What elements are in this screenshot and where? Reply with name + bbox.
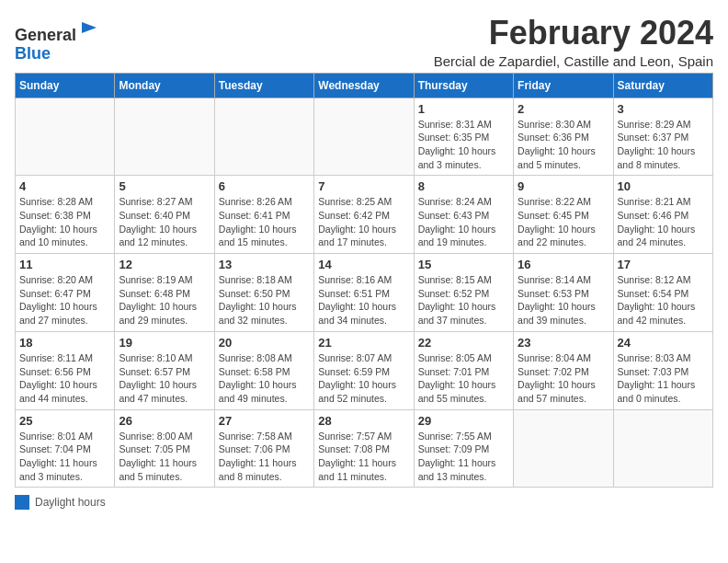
day-number: 22 [418, 336, 509, 350]
day-number: 4 [19, 179, 110, 193]
day-info: Sunrise: 8:25 AM Sunset: 6:42 PM Dayligh… [318, 195, 409, 249]
day-info: Sunrise: 7:55 AM Sunset: 7:09 PM Dayligh… [418, 430, 509, 484]
calendar-cell: 28Sunrise: 7:57 AM Sunset: 7:08 PM Dayli… [314, 409, 414, 488]
day-number: 26 [119, 414, 210, 428]
day-info: Sunrise: 8:20 AM Sunset: 6:47 PM Dayligh… [19, 273, 110, 327]
logo-flag-icon [78, 18, 100, 40]
title-area: February 2024 Bercial de Zapardiel, Cast… [434, 15, 713, 69]
day-of-week-header: Friday [514, 73, 613, 98]
day-number: 18 [19, 336, 110, 350]
calendar-cell: 12Sunrise: 8:19 AM Sunset: 6:48 PM Dayli… [115, 254, 214, 332]
main-title: February 2024 [434, 15, 713, 52]
day-info: Sunrise: 8:30 AM Sunset: 6:36 PM Dayligh… [518, 118, 609, 172]
calendar-cell [16, 98, 115, 176]
calendar-cell: 1Sunrise: 8:31 AM Sunset: 6:35 PM Daylig… [414, 98, 513, 176]
day-number: 1 [418, 102, 509, 116]
day-info: Sunrise: 8:01 AM Sunset: 7:04 PM Dayligh… [19, 430, 110, 484]
day-info: Sunrise: 7:57 AM Sunset: 7:08 PM Dayligh… [318, 430, 409, 484]
day-info: Sunrise: 8:28 AM Sunset: 6:38 PM Dayligh… [19, 195, 110, 249]
calendar-cell: 26Sunrise: 8:00 AM Sunset: 7:05 PM Dayli… [115, 409, 214, 488]
day-info: Sunrise: 8:26 AM Sunset: 6:41 PM Dayligh… [219, 195, 310, 249]
day-info: Sunrise: 8:04 AM Sunset: 7:02 PM Dayligh… [518, 351, 609, 406]
day-info: Sunrise: 8:18 AM Sunset: 6:50 PM Dayligh… [219, 273, 310, 327]
day-of-week-header: Thursday [414, 73, 513, 98]
calendar-cell: 24Sunrise: 8:03 AM Sunset: 7:03 PM Dayli… [613, 331, 712, 409]
day-of-week-header: Sunday [16, 73, 115, 98]
calendar-cell: 19Sunrise: 8:10 AM Sunset: 6:57 PM Dayli… [115, 331, 214, 409]
day-info: Sunrise: 8:07 AM Sunset: 6:59 PM Dayligh… [318, 351, 409, 406]
calendar-cell: 15Sunrise: 8:15 AM Sunset: 6:52 PM Dayli… [414, 254, 513, 332]
day-number: 24 [618, 336, 709, 350]
day-info: Sunrise: 8:12 AM Sunset: 6:54 PM Dayligh… [618, 273, 709, 327]
calendar-cell: 22Sunrise: 8:05 AM Sunset: 7:01 PM Dayli… [414, 331, 513, 409]
calendar-table: SundayMondayTuesdayWednesdayThursdayFrid… [15, 73, 713, 488]
calendar-cell: 4Sunrise: 8:28 AM Sunset: 6:38 PM Daylig… [16, 176, 115, 254]
day-number: 23 [518, 336, 609, 350]
day-of-week-header: Tuesday [214, 73, 313, 98]
day-number: 5 [119, 179, 210, 193]
day-number: 19 [119, 336, 210, 350]
day-info: Sunrise: 8:22 AM Sunset: 6:45 PM Dayligh… [518, 195, 609, 249]
logo-blue-text: Blue [15, 45, 100, 63]
day-number: 6 [219, 179, 310, 193]
day-number: 16 [518, 258, 609, 271]
day-info: Sunrise: 8:14 AM Sunset: 6:53 PM Dayligh… [518, 273, 609, 327]
day-number: 15 [418, 258, 509, 271]
day-info: Sunrise: 8:03 AM Sunset: 7:03 PM Dayligh… [618, 351, 709, 406]
day-info: Sunrise: 8:31 AM Sunset: 6:35 PM Dayligh… [418, 118, 509, 172]
calendar-cell: 11Sunrise: 8:20 AM Sunset: 6:47 PM Dayli… [16, 254, 115, 332]
day-info: Sunrise: 7:58 AM Sunset: 7:06 PM Dayligh… [219, 430, 310, 484]
day-number: 11 [19, 258, 110, 271]
day-info: Sunrise: 8:29 AM Sunset: 6:37 PM Dayligh… [618, 118, 709, 172]
calendar-cell: 13Sunrise: 8:18 AM Sunset: 6:50 PM Dayli… [214, 254, 313, 332]
day-number: 7 [318, 179, 409, 193]
calendar-cell: 5Sunrise: 8:27 AM Sunset: 6:40 PM Daylig… [115, 176, 214, 254]
calendar-cell: 14Sunrise: 8:16 AM Sunset: 6:51 PM Dayli… [314, 254, 414, 332]
subtitle: Bercial de Zapardiel, Castille and Leon,… [434, 53, 713, 69]
day-of-week-header: Monday [115, 73, 214, 98]
day-info: Sunrise: 8:11 AM Sunset: 6:56 PM Dayligh… [19, 351, 110, 406]
day-number: 17 [618, 258, 709, 271]
calendar-cell: 21Sunrise: 8:07 AM Sunset: 6:59 PM Dayli… [314, 331, 414, 409]
calendar-cell: 8Sunrise: 8:24 AM Sunset: 6:43 PM Daylig… [414, 176, 513, 254]
day-number: 29 [418, 414, 509, 428]
calendar-cell: 25Sunrise: 8:01 AM Sunset: 7:04 PM Dayli… [16, 409, 115, 488]
day-number: 27 [219, 414, 310, 428]
day-info: Sunrise: 8:15 AM Sunset: 6:52 PM Dayligh… [418, 273, 509, 327]
calendar-cell: 9Sunrise: 8:22 AM Sunset: 6:45 PM Daylig… [514, 176, 613, 254]
svg-marker-0 [82, 22, 97, 33]
day-of-week-header: Saturday [613, 73, 712, 98]
calendar-cell [514, 409, 613, 488]
day-number: 13 [219, 258, 310, 271]
day-info: Sunrise: 8:00 AM Sunset: 7:05 PM Dayligh… [119, 430, 210, 484]
calendar-cell [314, 98, 414, 176]
calendar-cell: 16Sunrise: 8:14 AM Sunset: 6:53 PM Dayli… [514, 254, 613, 332]
day-of-week-header: Wednesday [314, 73, 414, 98]
day-info: Sunrise: 8:21 AM Sunset: 6:46 PM Dayligh… [618, 195, 709, 249]
legend-label: Daylight hours [35, 496, 106, 509]
day-info: Sunrise: 8:19 AM Sunset: 6:48 PM Dayligh… [119, 273, 210, 327]
calendar-cell: 7Sunrise: 8:25 AM Sunset: 6:42 PM Daylig… [314, 176, 414, 254]
day-number: 10 [618, 179, 709, 193]
day-number: 28 [318, 414, 409, 428]
logo: General Blue [15, 18, 100, 63]
calendar-cell [613, 409, 712, 488]
day-number: 8 [418, 179, 509, 193]
calendar-cell: 10Sunrise: 8:21 AM Sunset: 6:46 PM Dayli… [613, 176, 712, 254]
logo-general-text: General [15, 26, 76, 44]
day-number: 25 [19, 414, 110, 428]
calendar-cell: 6Sunrise: 8:26 AM Sunset: 6:41 PM Daylig… [214, 176, 313, 254]
calendar-cell: 20Sunrise: 8:08 AM Sunset: 6:58 PM Dayli… [214, 331, 313, 409]
calendar-cell: 29Sunrise: 7:55 AM Sunset: 7:09 PM Dayli… [414, 409, 513, 488]
legend: Daylight hours [15, 495, 713, 510]
calendar-cell: 3Sunrise: 8:29 AM Sunset: 6:37 PM Daylig… [613, 98, 712, 176]
calendar-cell: 23Sunrise: 8:04 AM Sunset: 7:02 PM Dayli… [514, 331, 613, 409]
calendar-cell: 2Sunrise: 8:30 AM Sunset: 6:36 PM Daylig… [514, 98, 613, 176]
day-info: Sunrise: 8:24 AM Sunset: 6:43 PM Dayligh… [418, 195, 509, 249]
calendar-cell: 18Sunrise: 8:11 AM Sunset: 6:56 PM Dayli… [16, 331, 115, 409]
calendar-cell [214, 98, 313, 176]
day-number: 14 [318, 258, 409, 271]
day-number: 20 [219, 336, 310, 350]
day-number: 21 [318, 336, 409, 350]
day-info: Sunrise: 8:08 AM Sunset: 6:58 PM Dayligh… [219, 351, 310, 406]
